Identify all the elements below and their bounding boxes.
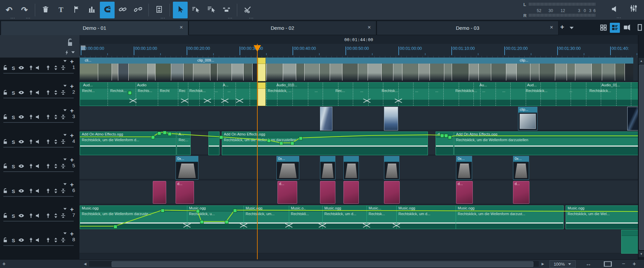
transition-clip[interactable]: 0x... (456, 156, 472, 180)
video-thumbnail[interactable] (80, 64, 98, 81)
video-clip-strip[interactable]: cli...clip_009...clip... (80, 58, 633, 81)
track-menu-arrow-icon[interactable] (63, 109, 67, 111)
envelope-handle[interactable] (279, 142, 283, 145)
solo-button[interactable]: S (12, 164, 15, 169)
visibility-eye-icon[interactable] (18, 65, 24, 72)
image-clip[interactable] (627, 107, 638, 130)
lock-icon[interactable] (2, 65, 9, 72)
playhead-handle-icon[interactable] (254, 45, 261, 52)
track-menu-arrow-icon[interactable] (63, 60, 67, 62)
mute-speaker-icon[interactable] (35, 212, 41, 220)
video-thumbnail[interactable] (210, 64, 217, 81)
audio-clip-music[interactable]: Music.oggRechtsklick, um d... (396, 205, 456, 229)
image-clip[interactable] (384, 107, 398, 130)
video-thumbnail[interactable] (244, 64, 253, 81)
video-thumbnail[interactable] (530, 64, 539, 81)
lock-icon[interactable] (2, 139, 9, 146)
lock-icon[interactable] (2, 188, 9, 195)
video-thumbnail[interactable] (217, 64, 232, 81)
panel-dropdown-arrow-icon[interactable] (71, 52, 75, 54)
video-thumbnail[interactable] (232, 64, 244, 81)
video-thumbnail[interactable] (358, 64, 368, 81)
zoom-level-dropdown[interactable]: 100% (550, 260, 576, 268)
lock-icon[interactable] (2, 212, 9, 220)
resize-track-icon[interactable] (53, 237, 59, 244)
volume-slider-icon[interactable] (28, 188, 34, 195)
mute-speaker-icon[interactable] (35, 114, 41, 121)
envelope-handle[interactable] (157, 131, 161, 135)
solo-button[interactable]: S (12, 114, 15, 120)
vertical-scrollbar[interactable]: ▲ ▼ (638, 35, 644, 259)
effect-clip[interactable] (343, 181, 359, 204)
transition-clip[interactable] (384, 156, 399, 180)
horizontal-scroll-thumb[interactable] (112, 261, 533, 267)
visibility-eye-icon[interactable] (18, 212, 24, 220)
zoom-out-button[interactable]: − (619, 260, 628, 267)
pan-slider-icon[interactable] (45, 237, 51, 244)
video-thumbnail[interactable] (402, 64, 419, 81)
video-thumbnail[interactable] (555, 64, 567, 81)
volume-slider-icon[interactable] (28, 237, 34, 244)
video-thumbnail[interactable] (118, 64, 129, 81)
object-select-button[interactable] (188, 2, 203, 18)
envelope-handle[interactable] (196, 209, 200, 213)
video-thumbnail[interactable] (155, 64, 171, 81)
close-tab-icon[interactable]: × (178, 24, 185, 31)
track-lane-2[interactable]: Aud...AudioA...Audio_010...Au...Aud...Au… (79, 82, 638, 106)
pan-slider-icon[interactable] (45, 65, 51, 72)
hscroll-left-arrow[interactable]: ◀ (82, 260, 88, 267)
speaker-icon[interactable]: ... (609, 2, 623, 18)
resize-track-icon[interactable] (53, 188, 59, 195)
volume-slider-icon[interactable] (28, 163, 34, 170)
track-lane-1[interactable]: cli...clip_009...clip... (79, 58, 638, 81)
audio-clip-atmo[interactable]: Add On Atmo Effects.oggRechtsklick, um d… (80, 131, 176, 155)
track-menu-arrow-icon[interactable] (63, 159, 67, 161)
lock-icon[interactable] (2, 114, 9, 121)
pan-slider-icon[interactable] (45, 89, 51, 97)
fit-horizontal-icon[interactable]: ↔ (583, 260, 594, 267)
video-thumbnail[interactable] (129, 64, 148, 81)
track-menu-arrow-icon[interactable] (63, 134, 67, 136)
video-thumbnail[interactable] (296, 64, 305, 81)
video-thumbnail[interactable] (506, 64, 517, 81)
video-thumbnail[interactable] (382, 64, 393, 81)
pan-slider-icon[interactable] (45, 163, 51, 170)
video-thumbnail[interactable] (430, 64, 444, 81)
track-lane-7[interactable]: Music.oggRechtsklick, um die Wellenform … (79, 205, 638, 229)
transition-clip[interactable]: 0x... (276, 156, 299, 180)
resize-track-icon[interactable] (53, 139, 59, 146)
undo-button[interactable]: ↶... (2, 2, 16, 18)
video-thumbnail[interactable] (575, 64, 592, 81)
redo-button[interactable]: ↷... (17, 2, 32, 18)
visibility-eye-icon[interactable] (18, 139, 24, 146)
resize-track-icon[interactable] (53, 65, 59, 72)
pan-slider-icon[interactable] (45, 114, 51, 121)
video-thumbnail[interactable] (491, 64, 506, 81)
envelope-handle[interactable] (114, 225, 117, 229)
snap-magnet-button[interactable] (100, 2, 115, 18)
visibility-eye-icon[interactable] (18, 188, 24, 195)
effect-clip[interactable]: d... (277, 181, 297, 204)
effect-clip[interactable]: d... (513, 181, 529, 204)
track-lane-4[interactable]: Add On Atmo Effects.oggRechtsklick, um d… (79, 131, 638, 155)
video-thumbnail[interactable] (625, 64, 633, 81)
visibility-eye-icon[interactable] (18, 89, 24, 97)
effect-clip[interactable] (384, 181, 400, 204)
zoom-in-button[interactable]: + (630, 260, 639, 267)
envelope-handle[interactable] (161, 209, 165, 212)
volume-slider-icon[interactable] (28, 139, 34, 146)
playhead-line[interactable] (257, 44, 258, 259)
mute-speaker-icon[interactable] (35, 237, 41, 244)
horizontal-scrollbar[interactable] (89, 261, 539, 267)
project-tab-1[interactable]: Demo - 01× (1, 21, 188, 35)
volume-slider-icon[interactable] (28, 114, 34, 121)
image-clip[interactable] (320, 107, 332, 130)
scroll-down-button[interactable]: ▼ (639, 251, 644, 257)
lightning-icon[interactable] (64, 49, 70, 56)
effect-clip[interactable] (153, 181, 166, 204)
envelope-handle[interactable] (291, 142, 294, 145)
envelope-handle[interactable] (168, 132, 172, 136)
close-tab-icon[interactable]: × (366, 24, 373, 31)
transition-clip[interactable]: 0x... (176, 156, 198, 180)
resize-track-icon[interactable] (53, 212, 59, 220)
